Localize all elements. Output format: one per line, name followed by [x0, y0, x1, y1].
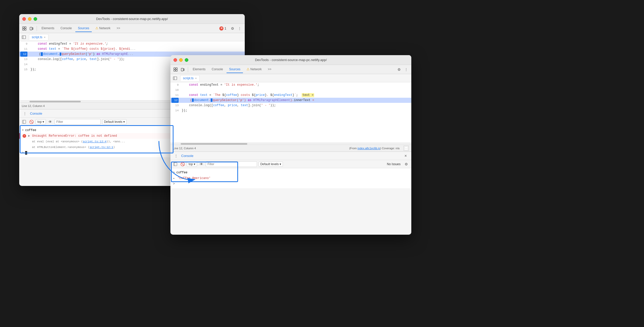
tab-console-1[interactable]: Console	[58, 25, 74, 32]
device-toolbar-icon[interactable]	[28, 25, 35, 32]
source-link-2[interactable]: index.a8c1ec6b.js	[357, 147, 380, 150]
svg-rect-11	[176, 68, 177, 69]
console-prompt-1: >	[22, 128, 24, 133]
svg-rect-13	[176, 70, 177, 71]
console-title-1: Console	[30, 112, 42, 115]
svg-rect-5	[32, 28, 33, 29]
tab-sources-2[interactable]: Sources	[227, 66, 243, 73]
inspect-element-icon[interactable]	[21, 25, 27, 32]
code-line-12-2: 12 (document.querySelector('p') as HTMLP…	[170, 98, 411, 103]
console-menu-2[interactable]: ⋮	[173, 153, 179, 159]
code-line-11-1: 11 const text = `The ${coffee} costs ${p…	[19, 46, 245, 52]
svg-rect-16	[173, 77, 177, 80]
console-section-2: ⋮ Console × 🚫 top ▾ 👁 Default levels	[170, 151, 411, 188]
inspect-element-icon-2[interactable]	[172, 66, 179, 73]
error-expand-1[interactable]: ▶	[28, 134, 30, 138]
sidebar-toggle-console-2[interactable]	[172, 161, 178, 167]
tab-console-2[interactable]: Console	[209, 66, 226, 73]
chevron-down-levels-icon-2: ▾	[280, 162, 281, 166]
tab-elements-2[interactable]: Elements	[190, 66, 208, 73]
console-filter-input-1[interactable]	[55, 119, 101, 125]
coverage-text-2: Coverage: n/a	[382, 147, 400, 150]
console-entry-result-2: ← 'Coffee Americano'	[170, 175, 411, 181]
console-close-icon-2[interactable]: ×	[403, 153, 409, 159]
eye-icon-1[interactable]: 👁	[47, 119, 53, 125]
default-levels-dropdown-1[interactable]: Default levels ▾	[102, 119, 127, 124]
file-tab-close-1[interactable]: ×	[44, 36, 45, 39]
stack-line-1-1: at eval (eval at <anonymous> (script.ts:…	[27, 139, 125, 144]
default-levels-dropdown-2[interactable]: Default levels ▾	[259, 162, 283, 167]
console-prompt-2: >	[173, 170, 175, 175]
file-tab-name-2: script.ts	[183, 76, 193, 80]
code-line-9-1: 9 const endingText = 'It is expensive.';	[19, 41, 245, 46]
titlebar-2: DevTools - consistent-source-map-pc.netl…	[170, 55, 411, 65]
clear-console-btn-2[interactable]: 🚫	[180, 161, 185, 167]
warning-icon-1: ⚠	[95, 26, 98, 30]
settings-icon-1[interactable]: ⚙	[229, 25, 236, 32]
console-input-prompt-1: >	[22, 151, 24, 155]
devtools-toolbar-1: Elements Console Sources ⚠ Network >> ✕ …	[19, 24, 245, 33]
stack-line-2-1: at HTMLButtonElement.<anonymous> (script…	[27, 145, 115, 150]
tab-more-1[interactable]: >>	[114, 25, 123, 32]
sidebar-toggle-console-1[interactable]	[21, 119, 27, 125]
console-content-2: > coffee ← 'Coffee Americano' >	[170, 168, 411, 188]
code-line-13-2: 13 console.log([coffee, price, text].joi…	[170, 103, 411, 108]
toolbar-separator-2	[188, 67, 188, 72]
tab-network-2[interactable]: ⚠ Network	[244, 66, 264, 73]
settings-console-icon-2[interactable]: ⚙	[403, 161, 409, 167]
context-dropdown-1[interactable]: top ▾	[36, 119, 46, 124]
more-options-icon-1[interactable]: ⋮	[237, 25, 243, 32]
settings-icon-2[interactable]: ⚙	[396, 66, 402, 73]
device-toolbar-icon-2[interactable]	[180, 66, 186, 73]
file-tab-script-ts-2[interactable]: script.ts ×	[180, 75, 200, 81]
sidebar-toggle-2[interactable]	[172, 76, 178, 81]
code-line-9-2: 9 const endingText = 'It is expensive.';	[170, 82, 411, 87]
scrollbar-2[interactable]	[170, 143, 411, 145]
console-cursor-1	[25, 151, 27, 155]
close-button-2[interactable]	[173, 58, 177, 62]
default-levels-label-1: Default levels	[104, 120, 122, 124]
tab-sources-1[interactable]: Sources	[75, 25, 92, 32]
console-input-line-2: >	[170, 181, 411, 187]
console-entry-coffee-2: > coffee	[170, 170, 411, 175]
minimize-button-2[interactable]	[179, 58, 183, 62]
context-dropdown-2[interactable]: top ▾	[187, 162, 197, 167]
console-menu-1[interactable]: ⋮	[22, 111, 28, 117]
maximize-button-2[interactable]	[185, 58, 188, 62]
coverage-icon-2[interactable]	[404, 146, 409, 151]
coffee-result-2: 'Coffee Americano'	[177, 176, 211, 181]
maximize-button-1[interactable]	[34, 17, 37, 21]
console-header-2: ⋮ Console ×	[170, 152, 411, 160]
clear-console-btn-1[interactable]: 🚫	[28, 119, 34, 125]
close-button-1[interactable]	[22, 17, 26, 21]
file-tabs-1: script.ts ×	[19, 33, 245, 41]
window-title-1: DevTools - consistent-source-map-pc.netl…	[96, 17, 168, 21]
traffic-lights-2	[173, 58, 188, 62]
svg-rect-1	[25, 27, 26, 28]
stack-link-1-1[interactable]: script.ts:12:4	[83, 140, 106, 143]
console-filter-input-2[interactable]	[206, 161, 257, 167]
file-tab-close-2[interactable]: ×	[195, 77, 197, 80]
console-coffee-text-2: coffee	[176, 170, 409, 175]
code-area-2: 9 const endingText = 'It is expensive.';…	[170, 82, 411, 143]
svg-rect-14	[181, 68, 183, 71]
svg-rect-3	[25, 29, 26, 30]
eye-icon-2[interactable]: 👁	[199, 161, 204, 167]
default-levels-label-2: Default levels	[260, 162, 279, 166]
tab-elements-1[interactable]: Elements	[39, 25, 57, 32]
more-options-icon-2[interactable]: ⋮	[403, 66, 409, 73]
error-count-1: ✕	[219, 26, 223, 31]
file-tab-script-ts-1[interactable]: script.ts ×	[29, 34, 48, 40]
tab-network-1[interactable]: ⚠ Network	[93, 25, 113, 32]
from-text-2: (From index.a8c1ec6b.js) Coverage: n/a	[349, 147, 400, 150]
svg-rect-8	[23, 120, 26, 123]
sidebar-toggle-1[interactable]	[21, 35, 26, 40]
cursor-position-2: Line 12, Column 4	[173, 147, 196, 150]
stack-link-2-1[interactable]: script.ts:12:1	[89, 146, 113, 149]
no-issues-label-2: No Issues	[387, 162, 401, 166]
cursor-position-1: Line 12, Column 4	[22, 104, 45, 107]
titlebar-1: DevTools - consistent-source-map-pc.netl…	[19, 14, 245, 24]
svg-rect-10	[174, 68, 175, 69]
tab-more-2[interactable]: >>	[265, 66, 274, 73]
minimize-button-1[interactable]	[28, 17, 32, 21]
